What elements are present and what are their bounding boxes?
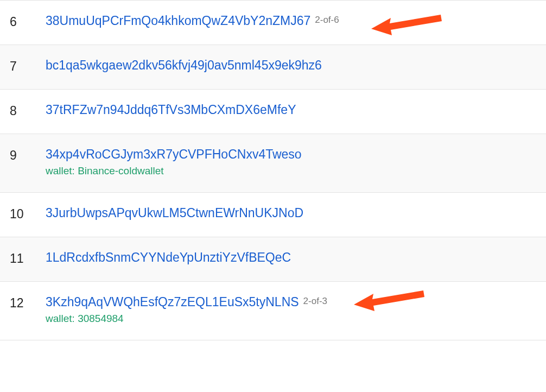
address-line: 34xp4vRoCGJym3xR7yCVPFHoCNxv4Tweso (46, 147, 536, 162)
wallet-label: wallet: Binance-coldwallet (46, 165, 536, 177)
table-row: 123Kzh9qAqVWQhEsfQz7zEQL1EuSx5tyNLNS2-of… (0, 281, 546, 340)
address-line: bc1qa5wkgaew2dkv56kfvj49j0av5nml45x9ek9h… (46, 58, 536, 73)
row-content: 3Kzh9qAqVWQhEsfQz7zEQL1EuSx5tyNLNS2-of-3… (46, 295, 536, 325)
address-link[interactable]: 37tRFZw7n94Jddq6TfVs3MbCXmDX6eMfeY (46, 103, 296, 117)
row-index: 6 (10, 14, 46, 29)
row-index: 12 (10, 295, 46, 311)
table-row: 934xp4vRoCGJym3xR7yCVPFHoCNxv4Twesowalle… (0, 134, 546, 192)
address-link[interactable]: 3Kzh9qAqVWQhEsfQz7zEQL1EuSx5tyNLNS (46, 295, 299, 309)
table-row: 837tRFZw7n94Jddq6TfVs3MbCXmDX6eMfeY (0, 89, 546, 134)
row-index: 11 (10, 250, 46, 266)
address-link[interactable]: 38UmuUqPCrFmQo4khkomQwZ4VbY2nZMJ67 (46, 14, 310, 28)
wallet-label: wallet: 30854984 (46, 313, 536, 325)
table-row: 103JurbUwpsAPqvUkwLM5CtwnEWrNnUKJNoD (0, 192, 546, 237)
address-line: 37tRFZw7n94Jddq6TfVs3MbCXmDX6eMfeY (46, 103, 536, 117)
table-row: 7bc1qa5wkgaew2dkv56kfvj49j0av5nml45x9ek9… (0, 45, 546, 89)
address-line: 3JurbUwpsAPqvUkwLM5CtwnEWrNnUKJNoD (46, 206, 536, 220)
address-link[interactable]: 3JurbUwpsAPqvUkwLM5CtwnEWrNnUKJNoD (46, 206, 303, 220)
row-content: bc1qa5wkgaew2dkv56kfvj49j0av5nml45x9ek9h… (46, 58, 536, 73)
address-line: 3Kzh9qAqVWQhEsfQz7zEQL1EuSx5tyNLNS2-of-3 (46, 295, 536, 309)
multisig-badge: 2-of-3 (303, 296, 327, 307)
address-list: 638UmuUqPCrFmQo4khkomQwZ4VbY2nZMJ672-of-… (0, 0, 546, 340)
row-index: 9 (10, 147, 46, 163)
row-content: 1LdRcdxfbSnmCYYNdeYpUnztiYzVfBEQeC (46, 250, 536, 265)
address-link[interactable]: 1LdRcdxfbSnmCYYNdeYpUnztiYzVfBEQeC (46, 250, 291, 265)
row-content: 34xp4vRoCGJym3xR7yCVPFHoCNxv4Twesowallet… (46, 147, 536, 177)
table-row: 638UmuUqPCrFmQo4khkomQwZ4VbY2nZMJ672-of-… (0, 0, 546, 45)
row-content: 37tRFZw7n94Jddq6TfVs3MbCXmDX6eMfeY (46, 103, 536, 117)
table-row: 111LdRcdxfbSnmCYYNdeYpUnztiYzVfBEQeC (0, 237, 546, 281)
row-index: 7 (10, 58, 46, 74)
multisig-badge: 2-of-6 (315, 15, 339, 26)
row-index: 8 (10, 103, 46, 118)
row-content: 38UmuUqPCrFmQo4khkomQwZ4VbY2nZMJ672-of-6 (46, 14, 536, 28)
row-index: 10 (10, 206, 46, 222)
address-link[interactable]: 34xp4vRoCGJym3xR7yCVPFHoCNxv4Tweso (46, 147, 302, 162)
address-line: 1LdRcdxfbSnmCYYNdeYpUnztiYzVfBEQeC (46, 250, 536, 265)
address-line: 38UmuUqPCrFmQo4khkomQwZ4VbY2nZMJ672-of-6 (46, 14, 536, 28)
row-content: 3JurbUwpsAPqvUkwLM5CtwnEWrNnUKJNoD (46, 206, 536, 220)
address-link[interactable]: bc1qa5wkgaew2dkv56kfvj49j0av5nml45x9ek9h… (46, 58, 322, 73)
